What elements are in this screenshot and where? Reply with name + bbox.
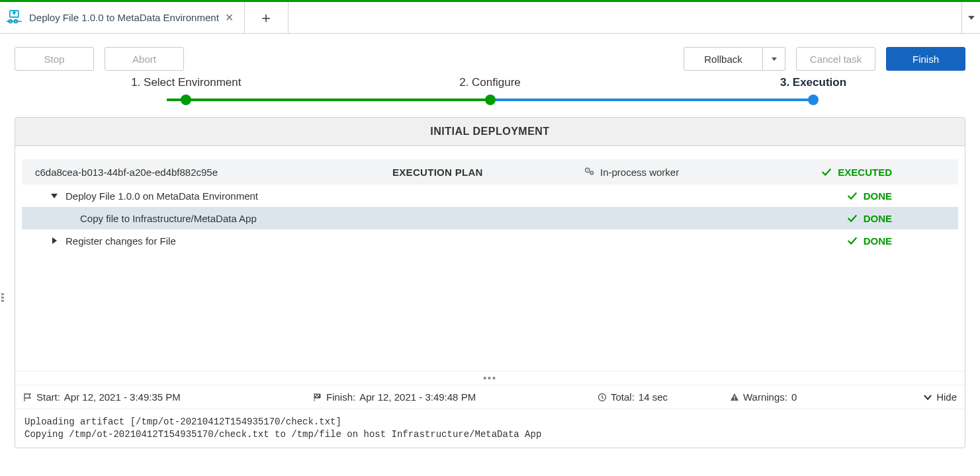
- warnings-value: 0: [791, 391, 797, 403]
- row-status-text: DONE: [864, 213, 892, 224]
- panel-title: INITIAL DEPLOYMENT: [15, 118, 965, 146]
- rollback-split-button: Rollback: [684, 47, 785, 71]
- execution-footer: Start: Apr 12, 2021 - 3:49:35 PM Finish:…: [15, 385, 965, 409]
- plus-icon: ＋: [259, 8, 273, 28]
- abort-button[interactable]: Abort: [105, 47, 184, 71]
- start-label: Start:: [36, 391, 60, 403]
- tab-title: Deploy File 1.0.0 to MetaData Environmen…: [29, 12, 219, 23]
- gears-icon: [584, 167, 595, 178]
- flag-checkered-icon: [313, 393, 322, 402]
- tree-row-register[interactable]: Register changes for File DONE: [22, 229, 958, 252]
- row-status: DONE: [846, 235, 945, 247]
- step-2-label: 2. Configure: [459, 76, 521, 89]
- check-icon: [821, 166, 832, 178]
- total-label: Total:: [611, 391, 635, 403]
- expand-toggle[interactable]: [48, 237, 60, 244]
- step-2-dot: [485, 95, 496, 105]
- plan-center-label: EXECUTION PLAN: [392, 167, 483, 178]
- step-3-dot: [808, 95, 819, 105]
- hide-label: Hide: [936, 391, 957, 403]
- start-value: Apr 12, 2021 - 3:49:35 PM: [64, 391, 181, 403]
- meta-warnings: Warnings: 0: [730, 391, 797, 403]
- expand-toggle[interactable]: [48, 194, 60, 198]
- plan-worker: In-process worker: [584, 167, 679, 178]
- stop-button[interactable]: Stop: [15, 47, 94, 71]
- chevron-down-icon: [923, 393, 932, 402]
- check-icon: [846, 190, 858, 202]
- tree-label: Deploy File 1.0.0 on MetaData Environmen…: [66, 190, 258, 202]
- row-status-text: DONE: [864, 235, 892, 247]
- tree-label: Copy file to Infrastructure/MetaData App: [80, 213, 257, 224]
- plan-status-text: EXECUTED: [838, 167, 892, 178]
- tab-strip: Deploy File 1.0.0 to MetaData Environmen…: [0, 2, 980, 34]
- finish-label: Finish:: [326, 391, 355, 403]
- step-3-label: 3. Execution: [780, 76, 846, 89]
- step-1-dot: [181, 95, 191, 105]
- meta-start: Start: Apr 12, 2021 - 3:49:35 PM: [23, 391, 181, 403]
- svg-rect-9: [318, 395, 319, 396]
- row-status-text: DONE: [864, 190, 892, 202]
- plan-header-row[interactable]: c6da8cea-b013-44bf-a20e-ed4bf882c95e EXE…: [22, 159, 958, 184]
- drag-handle-icon[interactable]: [1, 294, 3, 302]
- check-icon: [846, 235, 858, 247]
- plan-worker-text: In-process worker: [600, 167, 679, 178]
- warnings-label: Warnings:: [743, 391, 787, 403]
- hide-toggle[interactable]: Hide: [923, 391, 957, 403]
- tree-label: Register changes for File: [66, 235, 176, 247]
- rollback-dropdown[interactable]: [763, 47, 785, 71]
- action-bar: Stop Abort Rollback Cancel task Finish: [15, 47, 965, 71]
- clock-icon: [598, 393, 607, 402]
- total-value: 14 sec: [639, 391, 668, 403]
- cancel-task-button[interactable]: Cancel task: [796, 47, 875, 71]
- finish-value: Apr 12, 2021 - 3:49:48 PM: [359, 391, 476, 403]
- step-1-label: 1. Select Environment: [131, 76, 241, 89]
- tree-row-copy[interactable]: Copy file to Infrastructure/MetaData App…: [22, 207, 958, 229]
- chevron-down-icon: [968, 16, 975, 20]
- resize-handle[interactable]: •••: [15, 371, 965, 385]
- tree-row-deploy[interactable]: Deploy File 1.0.0 on MetaData Environmen…: [22, 184, 958, 207]
- svg-rect-13: [734, 399, 735, 399]
- row-status: DONE: [846, 190, 945, 202]
- plan-id: c6da8cea-b013-44bf-a20e-ed4bf882c95e: [35, 167, 392, 178]
- close-icon[interactable]: ×: [224, 10, 235, 25]
- svg-rect-8: [315, 395, 316, 396]
- tab-overflow[interactable]: [961, 2, 980, 33]
- chevron-down-icon: [772, 58, 777, 61]
- flag-icon: [23, 393, 32, 402]
- svg-rect-12: [734, 396, 735, 399]
- deploy-icon: [7, 9, 24, 26]
- meta-finish: Finish: Apr 12, 2021 - 3:49:48 PM: [313, 391, 476, 403]
- tab-add[interactable]: ＋: [245, 2, 289, 33]
- svg-point-5: [587, 169, 588, 171]
- svg-point-7: [592, 172, 592, 173]
- chevron-right-icon: [52, 237, 57, 244]
- log-output: Uploading artifact [/tmp/ot-20210412T154…: [15, 409, 965, 448]
- chevron-down-icon: [51, 194, 58, 198]
- step-bar-active: [490, 99, 814, 101]
- tab-active[interactable]: Deploy File 1.0.0 to MetaData Environmen…: [0, 2, 245, 33]
- meta-total: Total: 14 sec: [598, 391, 668, 403]
- svg-rect-10: [316, 396, 318, 397]
- finish-button[interactable]: Finish: [886, 47, 965, 71]
- warning-icon: [730, 393, 739, 402]
- row-status: DONE: [846, 212, 945, 224]
- rollback-button[interactable]: Rollback: [684, 47, 763, 71]
- deployment-panel: INITIAL DEPLOYMENT c6da8cea-b013-44bf-a2…: [15, 117, 965, 448]
- plan-status: EXECUTED: [821, 166, 945, 178]
- step-bar-complete: [167, 99, 490, 101]
- check-icon: [846, 212, 858, 224]
- progress-stepper: 1. Select Environment 2. Configure 3. Ex…: [167, 80, 813, 113]
